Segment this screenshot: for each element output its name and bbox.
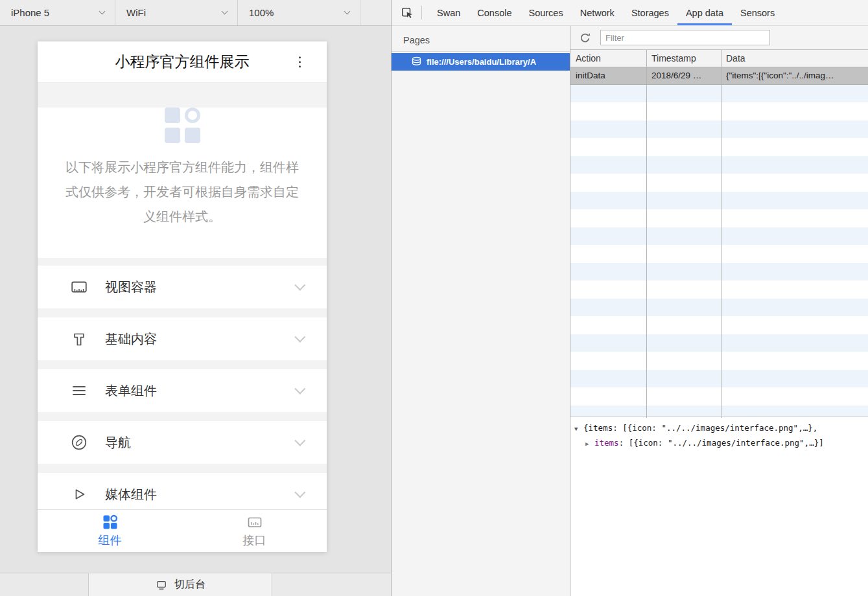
toolbar-separator [421, 6, 422, 19]
object-tree: ▼{items: [{icon: "../../images/interface… [570, 417, 868, 451]
interface-icon [246, 514, 263, 531]
chevron-down-icon [294, 332, 305, 343]
tab-sources[interactable]: Sources [520, 0, 571, 25]
column-divider [721, 50, 721, 418]
form-lines-icon [70, 382, 88, 400]
monitor-icon [155, 579, 168, 591]
network-select[interactable]: WiFi [115, 0, 238, 25]
view-container-icon [70, 278, 88, 296]
tree-root-preview: {items: [{icon: "../../images/interface.… [583, 423, 817, 433]
page-title: 小程序官方组件展示 [115, 52, 250, 72]
chevron-down-icon [344, 8, 351, 15]
play-icon [70, 485, 88, 503]
text-icon [70, 330, 88, 348]
tree-property-name: items [594, 438, 619, 448]
tab-label: 接口 [243, 533, 266, 548]
simulator-phone: 小程序官方组件展示 以下将展示小程序官方组件能力，组件样式仅供参考，开发者可根据… [38, 41, 327, 552]
tree-child-row[interactable]: ▶items: [{icon: "../../images/interface.… [574, 436, 866, 451]
database-icon [411, 56, 422, 67]
pages-panel: Pages file:///Users/baidu/Library/A [392, 26, 570, 596]
simulator-bottom-bar: 切后台 [0, 573, 391, 596]
device-select[interactable]: iPhone 5 [0, 0, 115, 25]
components-logo-icon [165, 108, 200, 143]
tab-label: 组件 [99, 533, 122, 548]
intro-section: 以下将展示小程序官方组件能力，组件样式仅供参考，开发者可根据自身需求自定义组件样… [38, 108, 327, 258]
network-select-value: WiFi [126, 7, 146, 18]
inspect-element-button[interactable] [392, 0, 421, 25]
phone-header: 小程序官方组件展示 [38, 41, 327, 83]
tab-sensors[interactable]: Sensors [732, 0, 783, 25]
cell-action: initData [570, 67, 646, 84]
chevron-down-icon [222, 8, 228, 15]
tab-app-data[interactable]: App data [677, 0, 732, 25]
list-item-label: 媒体组件 [105, 486, 157, 503]
menu-kebab-icon[interactable] [296, 54, 304, 71]
chevron-down-icon [294, 280, 305, 291]
device-select-value: iPhone 5 [11, 7, 49, 18]
intro-text: 以下将展示小程序官方组件能力，组件样式仅供参考，开发者可根据自身需求自定义组件样… [38, 155, 327, 229]
list-item-media-components[interactable]: 媒体组件 [38, 473, 327, 509]
page-url: file:///Users/baidu/Library/A [427, 57, 536, 67]
zoom-select[interactable]: 100% [238, 0, 360, 25]
empty-table-rows [570, 85, 868, 417]
list-item-label: 导航 [105, 434, 131, 452]
tree-root-row[interactable]: ▼{items: [{icon: "../../images/interface… [574, 421, 866, 436]
triangle-right-icon[interactable]: ▶ [585, 437, 594, 451]
list-item-navigation[interactable]: 导航 [38, 421, 327, 464]
devtools-tabs: Swan Console Sources Network Storages Ap… [428, 0, 783, 25]
column-header-action[interactable]: Action [570, 50, 646, 67]
list-item-label: 视图容器 [105, 279, 157, 296]
chevron-down-icon [294, 384, 305, 395]
chevron-down-icon [294, 435, 305, 446]
cell-data: {"items":[{"icon":"../../imag… [721, 67, 868, 84]
tree-property-value: : [{icon: "../../images/interface.png",…… [619, 438, 824, 448]
triangle-down-icon[interactable]: ▼ [574, 422, 583, 436]
table-row[interactable]: initData 2018/6/29 … {"items":[{"icon":"… [570, 67, 868, 85]
app-data-panel: Action Timestamp Data initData 2018/6/29… [570, 26, 868, 596]
filter-input[interactable] [600, 30, 770, 45]
table-header: Action Timestamp Data [570, 50, 868, 67]
cell-timestamp: 2018/6/29 … [646, 67, 721, 84]
devtools-toolbar: Swan Console Sources Network Storages Ap… [392, 0, 868, 26]
tab-interface[interactable]: 接口 [182, 510, 327, 552]
tab-console[interactable]: Console [469, 0, 520, 25]
chevron-down-icon [99, 8, 106, 15]
phone-tabbar: 组件 接口 [38, 509, 327, 552]
column-header-timestamp[interactable]: Timestamp [646, 50, 721, 67]
switch-background-label: 切后台 [174, 578, 205, 591]
tab-storages[interactable]: Storages [623, 0, 677, 25]
inspect-cursor-icon [400, 6, 414, 19]
compass-icon [70, 433, 88, 452]
chevron-down-icon [294, 487, 305, 498]
list-item-basic-content[interactable]: 基础内容 [38, 317, 327, 360]
page-item-selected[interactable]: file:///Users/baidu/Library/A [392, 53, 570, 71]
tab-network[interactable]: Network [572, 0, 623, 25]
pages-header: Pages [392, 26, 570, 52]
list-item-label: 基础内容 [105, 330, 157, 348]
column-divider [646, 50, 647, 418]
list-item-label: 表单组件 [105, 382, 157, 400]
list-item-form-components[interactable]: 表单组件 [38, 369, 327, 412]
list-item-view-container[interactable]: 视图容器 [38, 266, 327, 308]
tab-swan[interactable]: Swan [428, 0, 469, 25]
components-grid-icon [102, 514, 119, 531]
simulator-toolbar: iPhone 5 WiFi 100% [0, 0, 391, 26]
refresh-icon [579, 32, 591, 44]
refresh-button[interactable] [576, 29, 593, 46]
tab-components[interactable]: 组件 [38, 510, 182, 552]
switch-background-button[interactable]: 切后台 [88, 573, 272, 596]
zoom-select-value: 100% [249, 7, 274, 18]
column-header-data[interactable]: Data [721, 50, 868, 67]
filter-bar [570, 26, 868, 50]
phone-content: 以下将展示小程序官方组件能力，组件样式仅供参考，开发者可根据自身需求自定义组件样… [38, 83, 327, 509]
